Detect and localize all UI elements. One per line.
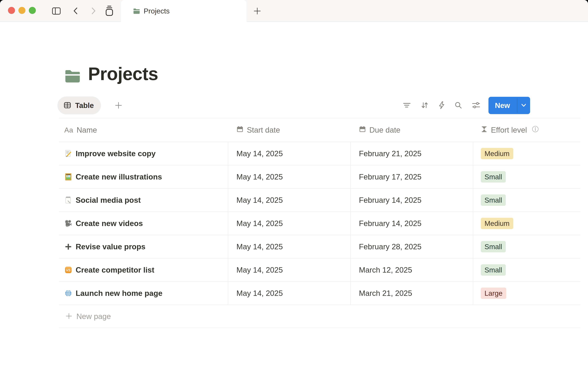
page-folder-icon[interactable]: [64, 67, 81, 85]
row-name-cell[interactable]: Create new videos: [59, 212, 228, 235]
text-aa-icon: Aa: [64, 126, 73, 134]
row-name-cell[interactable]: Revise value props: [59, 235, 228, 258]
row-title: Improve website copy: [76, 149, 156, 158]
plus-icon: [64, 243, 72, 251]
customize-icon[interactable]: [472, 101, 481, 110]
calendar-icon: [236, 126, 243, 134]
table-row: Create new illustrations May 14, 2025 Fe…: [59, 165, 580, 189]
effort-badge: Small: [481, 264, 506, 276]
row-name-cell[interactable]: Improve website copy: [59, 142, 228, 165]
page-title[interactable]: Projects: [88, 64, 158, 84]
projects-table: Aa Name Start date Due date Effort level…: [59, 118, 580, 328]
new-button[interactable]: New: [489, 97, 530, 114]
due-date-value: February 28, 2025: [359, 242, 422, 251]
fullscreen-window-button[interactable]: [29, 7, 36, 14]
row-title: Create competitor list: [76, 266, 154, 274]
row-due-date-cell[interactable]: February 17, 2025: [351, 165, 473, 188]
due-date-value: February 17, 2025: [359, 172, 422, 181]
forward-icon[interactable]: [89, 7, 97, 16]
new-tab-button[interactable]: [253, 7, 262, 16]
sort-icon[interactable]: [420, 101, 429, 110]
row-name-cell[interactable]: Create new illustrations: [59, 165, 228, 188]
start-date-value: May 14, 2025: [236, 149, 283, 158]
tab-projects[interactable]: Projects: [121, 0, 247, 22]
row-effort-cell[interactable]: Small: [473, 189, 580, 212]
row-due-date-cell[interactable]: March 21, 2025: [351, 282, 473, 305]
row-due-date-cell[interactable]: February 28, 2025: [351, 235, 473, 258]
column-label: Due date: [369, 126, 400, 134]
add-view-button[interactable]: [114, 101, 122, 110]
row-start-date-cell[interactable]: May 14, 2025: [228, 235, 351, 258]
column-header-name[interactable]: Aa Name: [59, 118, 228, 142]
history-icon[interactable]: [104, 5, 115, 17]
minimize-window-button[interactable]: [18, 7, 25, 14]
calendar-icon: [359, 126, 366, 134]
row-name-cell[interactable]: VS Create competitor list: [59, 259, 228, 282]
row-start-date-cell[interactable]: May 14, 2025: [228, 259, 351, 282]
row-due-date-cell[interactable]: February 21, 2025: [351, 142, 473, 165]
filter-icon[interactable]: [402, 101, 411, 110]
back-icon[interactable]: [72, 7, 81, 16]
start-date-value: May 14, 2025: [236, 242, 283, 251]
search-icon[interactable]: [454, 101, 463, 110]
app-window: Projects Projects Table New: [0, 0, 588, 366]
column-header-start-date[interactable]: Start date: [228, 118, 351, 142]
column-header-effort-level[interactable]: Effort level: [473, 118, 580, 142]
row-effort-cell[interactable]: Large: [473, 282, 580, 305]
row-start-date-cell[interactable]: May 14, 2025: [228, 282, 351, 305]
table-row: Improve website copy May 14, 2025 Februa…: [59, 142, 580, 165]
memo-icon: [64, 150, 72, 158]
column-label: Start date: [247, 126, 280, 134]
table-view-icon: [64, 101, 71, 110]
info-icon[interactable]: [532, 126, 539, 134]
folder-icon: [133, 7, 140, 15]
new-page-button[interactable]: New page: [59, 305, 580, 328]
automation-icon[interactable]: [437, 101, 446, 110]
start-date-value: May 14, 2025: [236, 172, 283, 181]
effort-badge: Large: [481, 288, 506, 299]
effort-badge: Small: [481, 194, 506, 206]
table-row: VS Create competitor list May 14, 2025 M…: [59, 259, 580, 282]
spiral-notepad-icon: [64, 196, 72, 204]
row-start-date-cell[interactable]: May 14, 2025: [228, 165, 351, 188]
row-effort-cell[interactable]: Small: [473, 235, 580, 258]
sidebar-toggle-icon[interactable]: [52, 6, 61, 16]
due-date-value: February 21, 2025: [359, 149, 422, 158]
row-title: Social media post: [76, 196, 141, 205]
row-name-cell[interactable]: Social media post: [59, 189, 228, 212]
tab-title: Projects: [144, 0, 170, 22]
row-due-date-cell[interactable]: March 12, 2025: [351, 259, 473, 282]
row-due-date-cell[interactable]: February 14, 2025: [351, 212, 473, 235]
new-button-divider: [517, 98, 517, 113]
new-page-label: New page: [76, 312, 111, 321]
effort-badge: Small: [481, 171, 506, 183]
start-date-value: May 14, 2025: [236, 266, 283, 274]
vs-badge-icon: VS: [64, 266, 72, 274]
start-date-value: May 14, 2025: [236, 289, 283, 298]
table-row: Create new videos May 14, 2025 February …: [59, 212, 580, 235]
start-date-value: May 14, 2025: [236, 196, 283, 205]
column-header-due-date[interactable]: Due date: [351, 118, 473, 142]
globe-icon: [64, 289, 72, 297]
row-title: Create new videos: [76, 219, 143, 228]
close-window-button[interactable]: [8, 7, 15, 14]
row-start-date-cell[interactable]: May 14, 2025: [228, 212, 351, 235]
chevron-down-icon[interactable]: [520, 102, 527, 110]
row-name-cell[interactable]: Launch new home page: [59, 282, 228, 305]
row-title: Create new illustrations: [76, 172, 162, 181]
row-due-date-cell[interactable]: February 14, 2025: [351, 189, 473, 212]
row-title: Revise value props: [76, 242, 145, 251]
row-effort-cell[interactable]: Small: [473, 165, 580, 188]
row-start-date-cell[interactable]: May 14, 2025: [228, 142, 351, 165]
row-effort-cell[interactable]: Medium: [473, 142, 580, 165]
due-date-value: March 12, 2025: [359, 266, 412, 274]
plus-icon: [65, 313, 72, 320]
table-header: Aa Name Start date Due date Effort level: [59, 118, 580, 142]
view-tab-table[interactable]: Table: [57, 97, 101, 114]
due-date-value: March 21, 2025: [359, 289, 412, 298]
start-date-value: May 14, 2025: [236, 219, 283, 228]
row-title: Launch new home page: [76, 289, 162, 298]
row-effort-cell[interactable]: Medium: [473, 212, 580, 235]
row-effort-cell[interactable]: Small: [473, 259, 580, 282]
row-start-date-cell[interactable]: May 14, 2025: [228, 189, 351, 212]
